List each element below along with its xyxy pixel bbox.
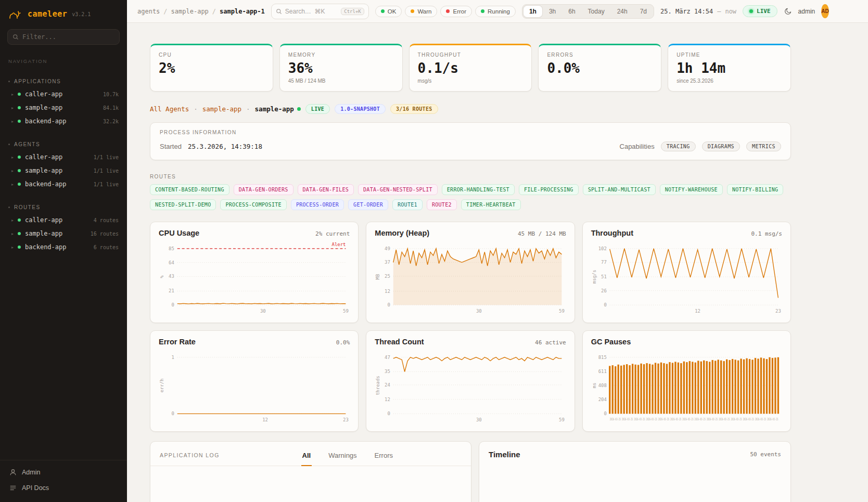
range-24h[interactable]: 24h [611, 6, 633, 17]
filter-warn[interactable]: Warn [405, 6, 437, 17]
route-chip[interactable]: DATA-GEN-NESTED-SPLIT [358, 184, 438, 195]
search-input[interactable] [285, 8, 338, 15]
svg-text:59: 59 [559, 417, 565, 422]
tab-all[interactable]: All [301, 442, 312, 466]
sidebar-item-sample-app[interactable]: ▸sample-app84.1k [0, 101, 127, 114]
range-6h[interactable]: 6h [563, 6, 581, 17]
svg-text:64: 64 [169, 260, 174, 265]
api-docs-link[interactable]: API Docs [0, 480, 127, 496]
timeline-title: Timeline [489, 450, 520, 459]
route-chip[interactable]: GET-ORDER [348, 199, 388, 210]
route-chip[interactable]: CONTENT-BASED-ROUTING [150, 184, 229, 195]
svg-text:threads: threads [375, 376, 380, 395]
svg-text:21: 21 [169, 288, 174, 293]
svg-text:611: 611 [598, 369, 606, 374]
all-agents-link[interactable]: All Agents [150, 105, 189, 113]
route-chip[interactable]: ERROR-HANDLING-TEST [442, 184, 515, 195]
section-dot [8, 144, 10, 145]
current-agent: sample-app [255, 105, 301, 113]
kpi-sub [547, 78, 653, 84]
sidebar-item-caller-app[interactable]: ▸caller-app10.7k [0, 87, 127, 101]
breadcrumb-agents[interactable]: agents [137, 8, 160, 15]
chart-title: Error Rate [159, 338, 196, 346]
started-label: Started [160, 143, 182, 150]
theme-toggle-button[interactable] [784, 4, 792, 19]
sidebar-item-routes-sample-app[interactable]: ▸sample-app16 routes [0, 227, 127, 240]
tab-errors[interactable]: Errors [374, 442, 394, 466]
filter-running[interactable]: Running [475, 6, 516, 17]
chart-title: Throughput [591, 229, 633, 237]
kpi-sub: msg/s [418, 78, 524, 84]
item-badge: 16 routes [91, 231, 119, 237]
chart-current-value: 45 MB / 124 MB [518, 230, 566, 237]
range-1h[interactable]: 1h [524, 6, 542, 17]
range-today[interactable]: Today [582, 6, 610, 17]
item-label: sample-app [25, 230, 62, 237]
route-chip[interactable]: ROUTE2 [427, 199, 457, 210]
svg-text:43: 43 [169, 274, 174, 279]
range-7d[interactable]: 7d [634, 6, 653, 17]
app-logo[interactable]: cameleer v3.2.1 [0, 0, 127, 26]
status-dot [18, 169, 21, 172]
moon-icon [784, 7, 792, 16]
chart-current-value: 2% current [315, 230, 350, 237]
status-dot [18, 106, 21, 109]
tab-warnings[interactable]: Warnings [327, 442, 358, 466]
svg-text:0: 0 [388, 302, 390, 307]
route-chip[interactable]: PROCESS-COMPOSITE [220, 199, 286, 210]
item-label: caller-app [25, 216, 62, 224]
sidebar-item-routes-caller-app[interactable]: ▸caller-app4 routes [0, 213, 127, 227]
svg-text:0: 0 [604, 411, 606, 416]
capability-metrics: METRICS [746, 141, 781, 151]
svg-text:26: 26 [601, 288, 607, 293]
avatar[interactable]: AD [821, 4, 828, 18]
range-3h[interactable]: 3h [543, 6, 561, 17]
section-label: AGENTS [14, 141, 40, 147]
user-menu[interactable]: admin [798, 8, 815, 15]
filter-label: Running [488, 8, 510, 15]
filter-error[interactable]: Error [440, 6, 472, 17]
live-indicator[interactable]: LIVE [743, 5, 777, 17]
route-chip[interactable]: ROUTE1 [392, 199, 423, 210]
date-range-display[interactable]: 25. März 14:54 — now [660, 8, 736, 15]
sidebar-item-agent-caller-app[interactable]: ▸caller-app1/1 live [0, 150, 127, 164]
route-chip[interactable]: SPLIT-AND-MULTICAST [583, 184, 656, 195]
svg-text:23: 23 [775, 308, 781, 314]
chart-title: Memory (Heap) [375, 229, 429, 237]
route-chip[interactable]: DATA-GEN-FILES [298, 184, 354, 195]
svg-text:0: 0 [604, 302, 606, 307]
item-label: sample-app [25, 167, 62, 174]
sidebar-filter-input[interactable] [22, 33, 114, 41]
route-chip[interactable]: FILE-PROCESSING [519, 184, 579, 195]
sidebar-item-backend-app[interactable]: ▸backend-app32.2k [0, 114, 127, 128]
kpi-value: 2% [159, 61, 264, 76]
sidebar-item-agent-sample-app[interactable]: ▸sample-app1/1 live [0, 164, 127, 177]
route-chip[interactable]: PROCESS-ORDER [291, 199, 344, 210]
running-status-dot [481, 9, 484, 13]
route-chip[interactable]: NESTED-SPLIT-DEMO [150, 199, 216, 210]
range-dash: — [717, 8, 721, 15]
item-label: backend-app [25, 118, 66, 125]
app-version: v3.2.1 [72, 11, 91, 17]
gc-pauses-chart: GC Pauses 0204408611815ms2026-03-25 2026… [582, 330, 791, 432]
filter-ok[interactable]: OK [375, 6, 402, 17]
route-chip[interactable]: NOTIFY-BILLING [727, 184, 784, 195]
version-badge: 1.0-SNAPSHOT [335, 104, 386, 114]
route-chip[interactable]: NOTIFY-WAREHOUSE [660, 184, 723, 195]
chart-current-value: 0.1 msg/s [751, 230, 782, 237]
sample-app-link[interactable]: sample-app [202, 105, 241, 113]
content-scroll-area[interactable]: CPU 2% MEMORY 36% 45 MB / 124 MB THROUGH… [127, 23, 868, 502]
range-start: 25. März 14:54 [660, 8, 713, 15]
sidebar-item-agent-backend-app[interactable]: ▸backend-app1/1 live [0, 177, 127, 191]
admin-link[interactable]: Admin [0, 465, 127, 480]
breadcrumb-sample-app[interactable]: sample-app [171, 8, 209, 15]
sidebar-item-routes-backend-app[interactable]: ▸backend-app6 routes [0, 240, 127, 254]
sidebar-filter [7, 29, 120, 45]
thread-count-chart: Thread Count46 active 0122435473059threa… [366, 330, 575, 432]
chevron-right-icon: ▸ [11, 119, 14, 124]
warn-status-dot [411, 9, 414, 13]
item-label: backend-app [25, 181, 66, 188]
route-chip[interactable]: TIMER-HEARTBEAT [461, 199, 521, 210]
route-chip[interactable]: DATA-GEN-ORDERS [234, 184, 293, 195]
routes-count-badge: 3/16 ROUTES [390, 104, 438, 114]
